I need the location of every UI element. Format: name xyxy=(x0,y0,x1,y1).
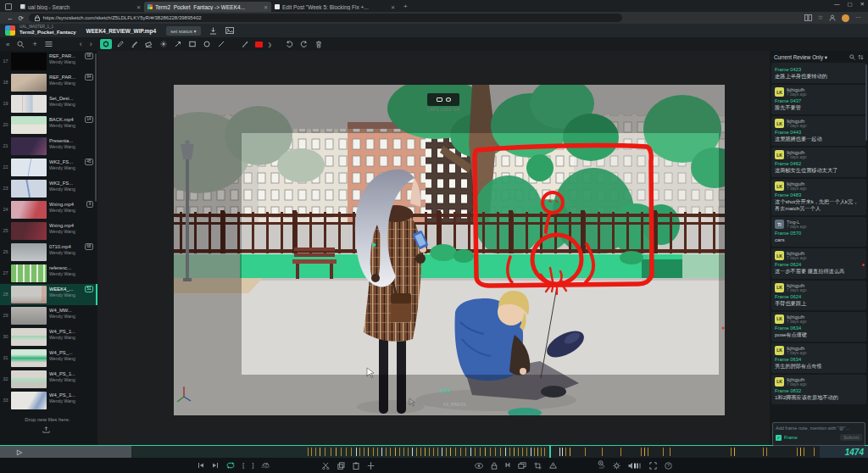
version-item[interactable]: 22WK2_FS...Wendy Wang45 xyxy=(0,157,97,178)
paste-icon[interactable] xyxy=(353,462,359,470)
cut-icon[interactable] xyxy=(322,462,330,470)
comment-frame-link[interactable]: Frame 0624 xyxy=(775,294,863,299)
comment-card[interactable]: LKlkjhigjufh7 days agoFrame 0462这两帧女生位置移… xyxy=(771,147,866,177)
comment-frame-link[interactable]: Frame 0483 xyxy=(775,192,863,198)
comment-card[interactable]: LKlkjhigjufh7 days agoFrame 0443这里胳膊也要一起… xyxy=(771,116,866,146)
eraser-tool-icon[interactable] xyxy=(143,39,155,49)
brush-settings-icon[interactable] xyxy=(239,39,251,49)
slideshow-icon[interactable] xyxy=(225,27,234,34)
search-comments-icon[interactable] xyxy=(849,54,855,60)
sort-comments-icon[interactable] xyxy=(858,54,864,60)
tab-close-icon[interactable]: ✕ xyxy=(136,4,141,10)
version-item[interactable]: 19Set_Desi...Wendy Wang xyxy=(0,93,97,114)
version-item[interactable]: 17REF_PAR...Wendy Wang68 xyxy=(0,51,97,72)
arrow-tool-icon[interactable] xyxy=(172,39,184,49)
comment-frame-link[interactable]: Frame 0624 xyxy=(775,262,863,267)
line-tool-icon[interactable] xyxy=(215,39,227,49)
marker-tool-icon[interactable] xyxy=(129,39,141,49)
version-item[interactable]: 31W4_PS_...Wendy Wang xyxy=(0,348,97,369)
ghosting-icon[interactable] xyxy=(549,462,557,469)
range-in-icon[interactable]: [ xyxy=(242,462,244,469)
frame-note-input[interactable]: Add frame note, mention with "@"... ✓ Fr… xyxy=(772,422,865,446)
submit-button[interactable]: Submit xyxy=(840,434,862,441)
comment-frame-link[interactable]: Frame 0570 xyxy=(775,231,863,236)
comment-frame-link[interactable]: Frame 0443 xyxy=(775,130,863,135)
comment-frame-link[interactable]: Frame 0437 xyxy=(775,98,863,103)
maximize-icon[interactable]: ▢ xyxy=(847,1,852,8)
version-item[interactable]: 30W4_PS_1...Wendy Wang xyxy=(0,326,97,348)
color-swatch[interactable] xyxy=(253,39,265,49)
delete-annotation-icon[interactable] xyxy=(313,39,325,49)
add-file-icon[interactable]: + xyxy=(32,40,36,48)
comment-frame-link[interactable]: Frame 0832 xyxy=(775,388,863,393)
favorite-star-icon[interactable]: ☆ xyxy=(818,14,823,21)
comment-frame-link[interactable]: Frame 0462 xyxy=(775,161,863,166)
version-item[interactable]: 260710.mp4Wendy Wang68 xyxy=(0,242,97,263)
frame-checkbox[interactable]: ✓ xyxy=(776,435,782,441)
comment-card[interactable]: LKlkjhigjufh7 days agoFrame 08321和2脚画应该在… xyxy=(771,375,866,404)
version-item[interactable]: 27referenc...Wendy Wang xyxy=(0,263,97,284)
new-tab-button[interactable]: + xyxy=(403,3,408,10)
url-field[interactable]: https://syncsketch.com/sketch/Z5LDLFLKY5… xyxy=(29,14,622,22)
version-item[interactable]: 24Wxing.mp4Wendy Wang9 xyxy=(0,199,97,220)
comment-card[interactable]: LKlkjhigjufh7 days agoFrame 0634男生的肘部有点奇… xyxy=(771,343,866,373)
version-item[interactable]: 18REF_PAR...Wendy Wang84 xyxy=(0,72,97,93)
ellipse-tool-icon[interactable] xyxy=(201,39,213,49)
next-frame-icon[interactable] xyxy=(212,462,219,469)
select-tool-icon[interactable] xyxy=(100,39,112,49)
comment-frame-link[interactable]: Frame 0634 xyxy=(775,357,863,362)
lock-annotations-icon[interactable] xyxy=(491,462,498,470)
comment-card[interactable]: TITing-L7 days agoFrame 0570cars xyxy=(771,217,866,247)
comment-card[interactable]: LKlkjhigjufh7 days agoFrame 0483这个shot分开… xyxy=(771,179,866,215)
redo-icon[interactable] xyxy=(298,39,310,49)
browser-menu-icon[interactable]: ⋯ xyxy=(855,14,861,21)
hold-frame-icon[interactable]: H xyxy=(505,462,510,469)
browser-avatar[interactable] xyxy=(842,14,849,22)
version-item[interactable]: 29W4_MW...Wendy Wang xyxy=(0,305,97,326)
upload-icon[interactable] xyxy=(42,426,50,433)
help-icon[interactable]: ? xyxy=(665,462,672,470)
review-canvas[interactable]: CAPS LOCK ON FS_PREVIS xyxy=(97,51,770,445)
minimize-icon[interactable]: — xyxy=(834,1,840,8)
spray-tool-icon[interactable] xyxy=(158,39,170,49)
comment-frame-link[interactable]: Frame 0634 xyxy=(775,326,863,331)
close-window-icon[interactable]: ✕ xyxy=(860,1,865,8)
copy-icon[interactable] xyxy=(337,462,345,470)
version-item[interactable]: 25Wxing.mp4Wendy Wang xyxy=(0,220,97,242)
comment-card[interactable]: LKlkjhigjufh7 days agoFrame 0624手臂也要跟上 xyxy=(771,281,866,310)
version-item[interactable]: 33W4_PS_1...Wendy Wang xyxy=(0,390,97,411)
refresh-icon[interactable]: ⟳ xyxy=(19,14,24,22)
playhead[interactable] xyxy=(549,446,551,458)
comment-card[interactable]: Frame 0423走路上半身也要转动的 xyxy=(771,63,866,83)
download-icon[interactable] xyxy=(209,27,217,35)
range-out-icon[interactable]: ] xyxy=(252,462,253,469)
comments-scrollbar[interactable] xyxy=(865,64,867,141)
tab-close-icon[interactable]: ✕ xyxy=(264,4,268,10)
profile-icon[interactable] xyxy=(829,14,836,21)
next-version-icon[interactable]: › xyxy=(90,40,92,48)
undo-icon[interactable] xyxy=(284,39,296,49)
timeline-scrubber[interactable]: ▷ xyxy=(0,445,868,458)
settings-gear-icon[interactable] xyxy=(613,462,620,470)
volume-icon[interactable] xyxy=(628,462,642,470)
back-icon[interactable]: ← xyxy=(7,14,14,22)
syncsketch-logo-icon[interactable] xyxy=(5,25,15,36)
search-icon[interactable] xyxy=(17,41,25,48)
rectangle-tool-icon[interactable] xyxy=(186,39,198,49)
workspaces-icon[interactable] xyxy=(5,3,12,10)
visibility-icon[interactable] xyxy=(475,463,483,469)
set-status-dropdown[interactable]: set status ▾ xyxy=(166,26,200,36)
browser-tab[interactable]: Edit Post "Week 5: Blocking Fix +...✕ xyxy=(271,2,398,12)
layers-icon[interactable] xyxy=(518,462,526,469)
video-frame[interactable]: CAPS LOCK ON FS_PREVIS xyxy=(174,85,725,415)
review-filter-dropdown[interactable]: Current Review Only ▾ xyxy=(774,54,827,60)
project-name[interactable]: Term2_Pocket_Fantacy xyxy=(19,30,76,35)
zoom-tool-icon[interactable]: ctrl xyxy=(598,460,605,470)
version-item[interactable]: 28WEEK4_...Wendy Wang51 xyxy=(0,284,97,305)
version-item[interactable]: 20BACK.mp4Wendy Wang14 xyxy=(0,114,97,136)
crop-icon[interactable] xyxy=(534,462,542,470)
prev-frame-icon[interactable] xyxy=(198,462,204,469)
pencil-tool-icon[interactable] xyxy=(114,39,126,49)
comment-card[interactable]: LKlkjhigjufh7 days agoFrame 0437脸先不要管 xyxy=(771,85,866,114)
comment-card[interactable]: LKlkjhigjufh7 days agoFrame 0634pose有点僵硬 xyxy=(771,312,866,342)
